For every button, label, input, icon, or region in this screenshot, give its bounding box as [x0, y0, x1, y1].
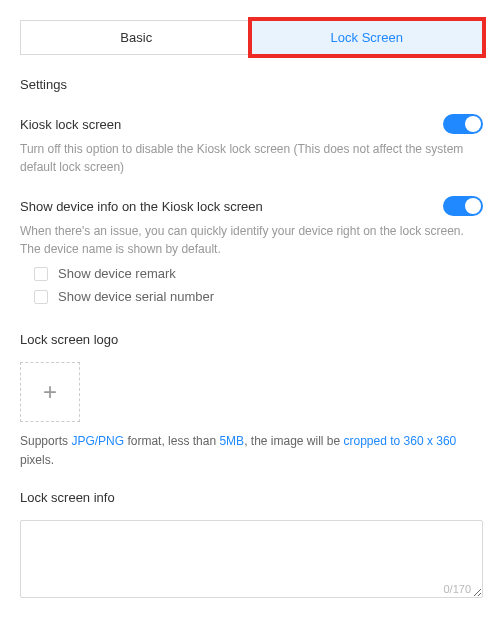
- serial-checkbox[interactable]: [34, 290, 48, 304]
- hint-size: 5MB: [219, 434, 244, 448]
- logo-title: Lock screen logo: [20, 332, 483, 347]
- hint-format: JPG/PNG: [71, 434, 124, 448]
- lock-screen-info-input[interactable]: [20, 520, 483, 598]
- kiosk-lock-desc: Turn off this option to disable the Kios…: [20, 140, 483, 176]
- kiosk-lock-row: Kiosk lock screen: [20, 114, 483, 134]
- remark-checkbox[interactable]: [34, 267, 48, 281]
- remark-label: Show device remark: [58, 266, 176, 281]
- device-info-row: Show device info on the Kiosk lock scree…: [20, 196, 483, 216]
- hint-text: Supports: [20, 434, 71, 448]
- serial-label: Show device serial number: [58, 289, 214, 304]
- kiosk-lock-toggle[interactable]: [443, 114, 483, 134]
- hint-crop: cropped to 360 x 360: [344, 434, 457, 448]
- device-info-toggle[interactable]: [443, 196, 483, 216]
- tab-lock-screen[interactable]: Lock Screen: [248, 17, 487, 58]
- serial-row: Show device serial number: [34, 289, 483, 304]
- device-info-label: Show device info on the Kiosk lock scree…: [20, 199, 263, 214]
- plus-icon: +: [43, 380, 57, 404]
- hint-text: , the image will be: [244, 434, 343, 448]
- tabs-container: Basic Lock Screen: [20, 20, 483, 55]
- kiosk-lock-label: Kiosk lock screen: [20, 117, 121, 132]
- tab-basic[interactable]: Basic: [21, 21, 252, 54]
- logo-hint: Supports JPG/PNG format, less than 5MB, …: [20, 432, 483, 470]
- hint-text: format, less than: [124, 434, 219, 448]
- logo-upload[interactable]: +: [20, 362, 80, 422]
- hint-text: pixels.: [20, 453, 54, 467]
- remark-row: Show device remark: [34, 266, 483, 281]
- info-title: Lock screen info: [20, 490, 483, 505]
- device-info-desc: When there's an issue, you can quickly i…: [20, 222, 483, 258]
- info-textarea-wrap: 0/170: [20, 520, 483, 601]
- settings-heading: Settings: [20, 77, 483, 92]
